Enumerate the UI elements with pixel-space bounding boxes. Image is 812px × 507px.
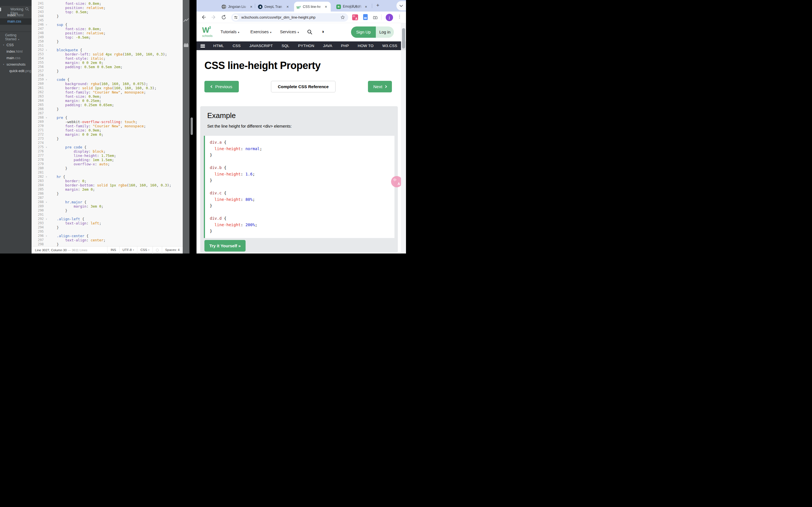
code-line: 284 border-bottom: solid 1px rgba(160, 1…: [32, 183, 183, 187]
nav-item-w3-css[interactable]: W3.CSS: [378, 44, 402, 48]
search-icon[interactable]: [307, 29, 312, 35]
w3schools-header: W3schools Tutorials▾Exercises▾Services▾ …: [197, 23, 406, 41]
fold-arrow-icon[interactable]: ▼: [45, 234, 48, 238]
fold-gutter: [45, 158, 48, 162]
folder-expand-icon[interactable]: ▾: [3, 42, 4, 48]
working-file-index.html[interactable]: index.html: [0, 12, 32, 18]
fold-gutter: [45, 196, 48, 200]
reading-list-extension-icon[interactable]: [363, 14, 368, 20]
fold-arrow-icon[interactable]: ▼: [45, 115, 48, 120]
translate-extension-icon[interactable]: 中A: [352, 14, 358, 20]
nav-item-javascript[interactable]: JAVASCRIPT: [245, 44, 277, 48]
fold-arrow-icon[interactable]: ▼: [45, 22, 48, 27]
menu-exercises[interactable]: Exercises▾: [250, 29, 271, 34]
working-file-main.css[interactable]: main.css: [0, 18, 32, 24]
line-number: 275: [32, 145, 45, 149]
browser-tab-2[interactable]: DeepL Tran×: [256, 2, 292, 11]
tree-file-quick-edit.png[interactable]: quick-edit.png: [0, 68, 32, 74]
try-it-yourself-button[interactable]: Try it Yourself »: [204, 240, 246, 251]
code-line: 256 padding: 0.5em 0 0.5em 2em;: [32, 65, 183, 69]
back-button[interactable]: [200, 14, 207, 20]
code-line: 271 font-size: 0.9em;: [32, 128, 183, 132]
menu-tutorials[interactable]: Tutorials▾: [220, 29, 239, 34]
tab-close-icon[interactable]: ×: [287, 5, 289, 9]
code-line: 259▼ code {: [32, 77, 183, 82]
nav-item-sql[interactable]: SQL: [277, 44, 294, 48]
sign-up-button[interactable]: Sign Up: [351, 26, 376, 38]
fold-arrow-icon[interactable]: ▼: [45, 145, 48, 149]
status-ins[interactable]: INS: [107, 246, 119, 254]
dark-mode-toggle-icon[interactable]: ◑: [321, 29, 324, 35]
browser-menu-icon[interactable]: ⋮: [397, 14, 402, 19]
extensions-puzzle-icon[interactable]: [372, 14, 378, 20]
tab-close-icon[interactable]: ×: [250, 5, 252, 9]
w3schools-logo[interactable]: W3schools: [202, 26, 213, 38]
code-text: font-size: 0.8em;: [48, 1, 101, 6]
nav-item-python[interactable]: PYTHON: [294, 44, 319, 48]
fold-gutter: [45, 238, 48, 242]
tab-close-icon[interactable]: ×: [365, 5, 367, 9]
nav-item-html[interactable]: HTML: [209, 44, 229, 48]
fold-arrow-icon[interactable]: ▼: [45, 217, 48, 221]
code-text: }: [48, 69, 59, 73]
next-button[interactable]: Next: [368, 81, 392, 93]
nav-item-php[interactable]: PHP: [337, 44, 353, 48]
log-in-button[interactable]: Log in: [376, 26, 394, 38]
fold-arrow-icon[interactable]: ▼: [45, 77, 48, 82]
status-css[interactable]: CSS▾: [137, 246, 153, 254]
floating-translate-button[interactable]: 中A: [391, 176, 402, 187]
forward-button[interactable]: [211, 14, 217, 20]
nav-item-css[interactable]: CSS: [229, 44, 245, 48]
fold-arrow-icon[interactable]: ▼: [45, 200, 48, 204]
page-scrollbar[interactable]: [401, 23, 406, 253]
nav-item-java[interactable]: JAVA: [319, 44, 337, 48]
project-name[interactable]: Getting Started▾: [5, 33, 32, 41]
sidebar-top-strip: [0, 0, 32, 6]
live-preview-icon[interactable]: [183, 17, 189, 24]
browser-tab-3[interactable]: W3CSS line-he×: [294, 2, 331, 11]
line-number: 293: [32, 221, 45, 225]
reload-button[interactable]: [221, 14, 227, 20]
folder-expand-icon[interactable]: ▾: [3, 62, 4, 67]
tree-folder-screenshots[interactable]: ▾screenshots: [0, 62, 32, 67]
page-scrollbar-thumb[interactable]: [402, 28, 405, 48]
bookmark-star-icon[interactable]: [340, 15, 345, 20]
site-settings-icon[interactable]: [233, 14, 239, 20]
line-number: 258: [32, 73, 45, 77]
line-number: 267: [32, 111, 45, 115]
tree-file-main.css[interactable]: main.css: [0, 55, 32, 61]
extension-manager-icon[interactable]: [184, 43, 189, 47]
code-text: }: [48, 225, 59, 230]
fold-gutter: [45, 56, 48, 61]
fold-arrow-icon[interactable]: ▼: [45, 48, 48, 52]
code-text: position: relative;: [48, 31, 105, 35]
fold-gutter: [45, 170, 48, 175]
window-scrollbar-thumb[interactable]: [191, 117, 193, 135]
url-text[interactable]: w3schools.com/cssref/pr_dim_line-height.…: [241, 15, 340, 19]
tab-search-button[interactable]: [396, 1, 406, 10]
address-bar[interactable]: w3schools.com/cssref/pr_dim_line-height.…: [231, 13, 348, 22]
code-line: 272 margin: 0 0 2em 0;: [32, 132, 183, 136]
fold-gutter: [45, 86, 48, 90]
nav-item-how-to[interactable]: HOW TO: [353, 44, 378, 48]
code-text: border-left: solid 4px rgba(160, 160, 16…: [48, 52, 167, 56]
new-tab-button[interactable]: +: [374, 2, 381, 8]
browser-tab-1[interactable]: Jingxian Liu×: [219, 2, 256, 11]
css-reference-button[interactable]: Complete CSS Reference: [271, 81, 336, 93]
hamburger-menu-icon[interactable]: [200, 44, 205, 48]
status-spaces[interactable]: Spaces: 4: [162, 246, 183, 254]
status-indicator-circle[interactable]: [153, 246, 162, 254]
profile-avatar[interactable]: j: [386, 14, 393, 21]
fold-arrow-icon[interactable]: ▼: [45, 175, 48, 179]
status-utf-8[interactable]: UTF-8▾: [119, 246, 137, 254]
tab-close-icon[interactable]: ×: [325, 5, 327, 9]
fold-gutter: [45, 82, 48, 86]
tree-folder-CSS[interactable]: ▾CSS: [0, 42, 32, 48]
previous-button[interactable]: Previous: [204, 81, 239, 93]
search-icon[interactable]: [25, 7, 29, 11]
menu-services[interactable]: Services▾: [280, 29, 299, 34]
tree-file-index.html[interactable]: index.html: [0, 49, 32, 54]
code-editor[interactable]: 241 font-size: 0.8em;242 position: relat…: [32, 0, 183, 246]
browser-tab-4[interactable]: BEmoji风格的×: [334, 2, 371, 11]
code-text: position: relative;: [48, 6, 105, 10]
